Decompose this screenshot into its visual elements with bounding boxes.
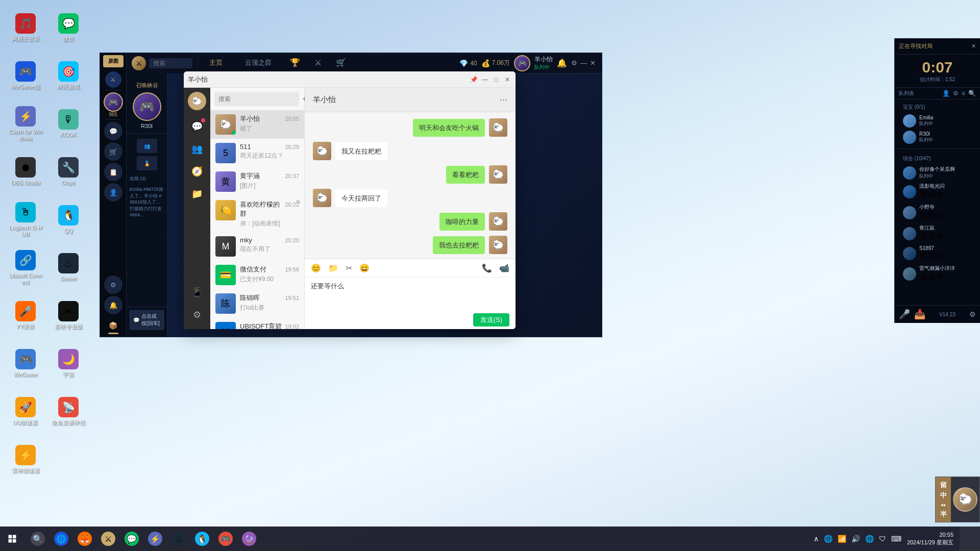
wechat-phone-btn[interactable]: 📱	[187, 282, 207, 303]
desktop-icon-yy[interactable]: 🎤 YY语音	[5, 293, 46, 339]
close-icon[interactable]: ✕	[590, 59, 596, 67]
taskbar-browser[interactable]: 🌐	[50, 528, 72, 550]
wechat-mini-btn[interactable]: 📁	[187, 184, 207, 204]
desktop-icon-wegame2[interactable]: 🎮 WeGame	[5, 341, 46, 387]
file-btn[interactable]: 📁	[328, 263, 338, 273]
desktop-icon-capcut[interactable]: ✂ 剪映专业版	[48, 293, 89, 339]
lol-icon-chat[interactable]: 💬	[104, 122, 122, 140]
desktop-icon-netease[interactable]: 🎵 网易云音乐	[5, 5, 46, 51]
taskbar-extra2[interactable]: 🔮	[238, 528, 260, 550]
desktop-icon-wechat[interactable]: 💬 微信	[48, 5, 89, 51]
taskbar-steam-taskbar[interactable]: ♨	[167, 528, 190, 550]
wechat-window[interactable]: 羊小怡 📌 — □ ✕ 🐑 💬 👥 🧭	[184, 71, 516, 329]
lol-icon-settings[interactable]: ⚙	[104, 276, 122, 294]
lol-icon-shop[interactable]: 🛒	[104, 142, 122, 161]
chat-more-btn[interactable]: ···	[500, 94, 507, 105]
chat-item-ubisoft[interactable]: U UBISOFT育碧 19:02 [内有福利] 诚聘一位拓…	[210, 318, 304, 329]
clubs-btn[interactable]: 🏅	[137, 156, 157, 170]
chat-item-yangxiaoyi[interactable]: 🐑 羊小怡 20:55 嗯了	[210, 110, 304, 139]
tray-keyboard-icon[interactable]: ⌨	[890, 535, 903, 543]
cs-close-btn[interactable]: ✕	[971, 43, 976, 49]
tray-up-icon[interactable]: ∧	[812, 535, 820, 543]
chat-item-lemon-group[interactable]: 🍋 喜欢吃柠檬的群 20:22 弟：[动画表情]	[210, 196, 304, 232]
lol-icon-collection[interactable]: 📋	[104, 163, 122, 181]
taskbar-lol-taskbar[interactable]: ⚔	[97, 528, 119, 550]
desktop-icon-qq[interactable]: 🐧 QQ	[48, 197, 89, 243]
lol-tab-icon3[interactable]: 🛒	[329, 53, 353, 73]
lol-tab-icon2[interactable]: ⚔	[307, 53, 329, 73]
minimize-icon[interactable]: —	[580, 59, 587, 67]
show-desktop-btn[interactable]	[960, 527, 980, 551]
queue-btn[interactable]: 💬 点击或按[回车]	[130, 310, 164, 330]
chat-input-field[interactable]: 还要等什么	[305, 278, 516, 309]
sticker-btn[interactable]: 😄	[359, 263, 370, 273]
lol-tab-home[interactable]: 主页	[198, 53, 234, 73]
taskbar-search[interactable]: 🔍	[27, 528, 49, 550]
wechat-settings-btn[interactable]: ⚙	[187, 305, 207, 325]
lol-tab-tft[interactable]: 云顶之弈	[234, 53, 283, 73]
cs-settings-icon[interactable]: ⚙	[953, 90, 959, 97]
desktop-icon-ubisoft[interactable]: 🔗 Ubisoft Connect	[5, 245, 46, 291]
cs-list-icon[interactable]: ≡	[962, 90, 965, 97]
desktop-icon-wegame[interactable]: 🎮 WeGame版	[5, 53, 46, 99]
chat-item-wechat-pay[interactable]: 💳 微信支付 19:56 已支付¥9.00	[210, 261, 304, 289]
wechat-discover-btn[interactable]: 🧭	[187, 161, 207, 182]
chat-item-mky[interactable]: M mky 20:20 现在不用了	[210, 232, 304, 261]
tray-defender-icon[interactable]: 🛡	[877, 535, 888, 543]
taskbar-extra1[interactable]: 🎮	[214, 528, 237, 550]
cs-search-icon[interactable]: 🔍	[968, 90, 976, 97]
cs-gear-icon[interactable]: ⚙	[969, 310, 976, 318]
tray-volume-icon[interactable]: 🔊	[850, 535, 862, 543]
taskbar-clash-taskbar[interactable]: ⚡	[144, 528, 166, 550]
desktop-icon-logitech[interactable]: 🖱 Logitech G HUB	[5, 197, 46, 243]
chat-item-huangyuhan[interactable]: 黄 黄宇涵 20:37 [图片]	[210, 167, 304, 196]
lol-nav-icon-profile[interactable]: 🎮	[104, 92, 123, 112]
wechat-user-avatar[interactable]: 🐑	[188, 92, 206, 110]
chat-item-chenjinhui[interactable]: 陈 陈锦晖 19:51 打lol比赛	[210, 289, 304, 318]
video-call-icon[interactable]: 📹	[499, 263, 509, 273]
tray-wifi-icon[interactable]: 📶	[836, 535, 848, 543]
cs-mic-icon[interactable]: 🎤	[899, 309, 910, 320]
friends-btn[interactable]: 👥	[137, 139, 157, 153]
desktop-icon-yuanshen[interactable]: 🌙 宇宙	[48, 341, 89, 387]
lol-tab-icon1[interactable]: 🏆	[283, 53, 307, 73]
taskbar-clock[interactable]: 20:55 2024/11/29 星期五	[907, 531, 960, 547]
lol-user-area[interactable]: 🎮 羊小怡 队列中 🔔	[514, 55, 567, 71]
lol-search-input[interactable]	[149, 58, 192, 68]
tray-network-icon[interactable]: 🌐	[822, 535, 834, 543]
desktop-icon-steam[interactable]: ♨ Steam	[48, 245, 89, 291]
wechat-minimize-btn[interactable]: —	[481, 76, 489, 84]
desktop-icon-clash[interactable]: ⚡ Clash for Windows	[5, 101, 46, 147]
chat-item-511[interactable]: 5 511 20:29 周天还差12点？	[210, 139, 304, 167]
tray-chrome-icon[interactable]: 🌐	[864, 535, 875, 543]
wechat-contacts-btn[interactable]: 👥	[187, 139, 207, 159]
start-button[interactable]	[0, 527, 24, 551]
taskbar-qq-taskbar[interactable]: 🐧	[191, 528, 213, 550]
lol-nav-icon-home[interactable]: 原图	[103, 55, 124, 67]
wechat-close-btn[interactable]: ✕	[503, 76, 511, 84]
taskbar-wechat-taskbar[interactable]: 💬	[120, 528, 143, 550]
desktop-icon-tencent[interactable]: 🎯 腾讯游戏	[48, 53, 89, 99]
lol-icon-profile2[interactable]: 👤	[104, 183, 122, 202]
desktop-icon-uu[interactable]: 🚀 UU加速器	[5, 389, 46, 435]
wechat-maximize-btn[interactable]: □	[492, 76, 500, 84]
lol-icon-notification[interactable]: 🔔	[104, 296, 122, 314]
desktop-icon-obs[interactable]: ⏺ OBS Studio	[5, 149, 46, 195]
desktop-icon-kook[interactable]: 🎙 KOOK	[48, 101, 89, 147]
phone-call-icon[interactable]: 📞	[482, 263, 492, 273]
profile-avatar[interactable]: 🎮	[133, 92, 161, 121]
desktop-icon-oopz[interactable]: 🔧 Oopz	[48, 149, 89, 195]
desktop-icon-live[interactable]: 📡 鱼鱼直播伴侣	[48, 389, 89, 435]
settings-icon[interactable]: ⚙	[571, 59, 577, 67]
lol-nav-icon-summ[interactable]: ⚔	[105, 71, 121, 88]
lol-icon-store2[interactable]: 📦	[104, 316, 122, 335]
scissors-btn[interactable]: ✂	[346, 263, 352, 273]
wechat-chat-btn[interactable]: 💬	[187, 116, 207, 137]
taskbar-firefox[interactable]: 🦊	[74, 528, 96, 550]
send-message-btn[interactable]: 发送(S)	[473, 313, 509, 327]
cs-download-icon[interactable]: 📥	[914, 309, 925, 320]
bell-icon[interactable]: 🔔	[557, 58, 567, 68]
desktop-icon-thunder[interactable]: ⚡ 雷神加速器	[5, 437, 46, 483]
wechat-pin-icon[interactable]: 📌	[470, 76, 478, 83]
cs-add-friend-icon[interactable]: 👤	[942, 90, 950, 97]
